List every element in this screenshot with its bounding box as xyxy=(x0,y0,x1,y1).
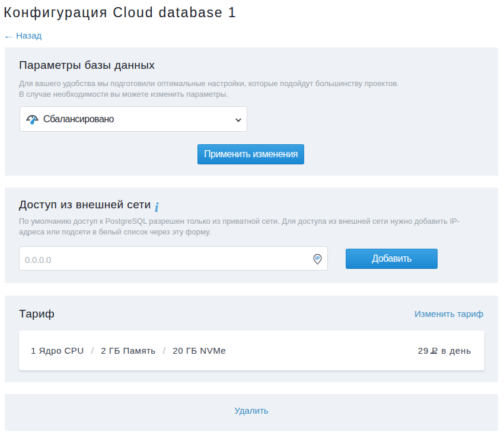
svg-text:IP: IP xyxy=(315,255,320,261)
